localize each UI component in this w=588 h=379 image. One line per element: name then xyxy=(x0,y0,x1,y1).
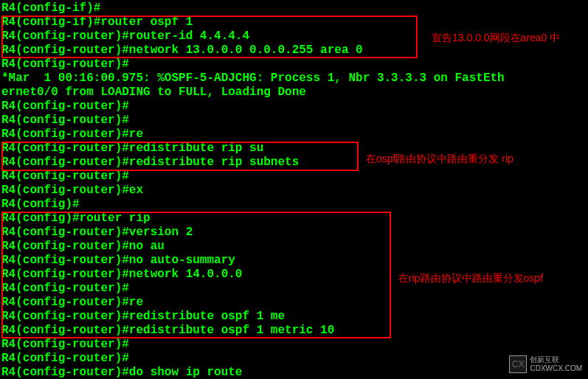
terminal-line: R4(config-router)#redistribute ospf 1 me xyxy=(1,310,587,324)
terminal-line: R4(config-router)# xyxy=(1,170,587,184)
terminal-line: R4(config-router)#version 2 xyxy=(1,226,587,240)
annotation-rip-redistribute: 在rip路由协议中路由重分发ospf xyxy=(398,271,543,285)
terminal-line: R4(config-router)# xyxy=(1,114,587,128)
terminal-line: R4(config-router)#ex xyxy=(1,184,587,198)
terminal-line: R4(config-router)#network 13.0.0.0 0.0.0… xyxy=(1,44,587,58)
terminal-line: R4(config)#router rip xyxy=(1,212,587,226)
watermark-logo: CX xyxy=(509,355,527,373)
watermark-url: CDXWCX.COM xyxy=(530,364,582,373)
terminal-line: R4(config-router)# xyxy=(1,352,587,366)
terminal-line: *Mar 1 00:16:00.975: %OSPF-5-ADJCHG: Pro… xyxy=(1,72,587,86)
terminal-output: R4(config-if)# R4(config-if)#router ospf… xyxy=(0,0,588,379)
terminal-line: R4(config-router)# xyxy=(1,100,587,114)
annotation-ospf-redistribute: 在ospf路由协议中路由重分发 rip xyxy=(366,152,513,166)
annotation-area0: 宣告13.0.0.0网段在area0 中 xyxy=(432,31,560,45)
terminal-line: R4(config-router)#do show ip route xyxy=(1,366,587,379)
watermark-text: 创新互联 CDXWCX.COM xyxy=(530,355,582,373)
terminal-line: R4(config-router)#redistribute ospf 1 me… xyxy=(1,324,587,338)
terminal-line: R4(config-if)# xyxy=(1,1,587,15)
watermark-brand: 创新互联 xyxy=(530,355,582,364)
terminal-line: R4(config-if)#router ospf 1 xyxy=(1,15,587,29)
terminal-line: R4(config-router)# xyxy=(1,338,587,352)
watermark: CX 创新互联 CDXWCX.COM xyxy=(509,355,582,373)
terminal-line: R4(config-router)#no auto-summary xyxy=(1,254,587,268)
terminal-line: ernet0/0 from LOADING to FULL, Loading D… xyxy=(1,86,587,100)
terminal-line: R4(config)# xyxy=(1,198,587,212)
terminal-line: R4(config-router)#re xyxy=(1,296,587,310)
terminal-line: R4(config-router)#no au xyxy=(1,240,587,254)
terminal-line: R4(config-router)# xyxy=(1,58,587,72)
terminal-line: R4(config-router)#re xyxy=(1,128,587,142)
